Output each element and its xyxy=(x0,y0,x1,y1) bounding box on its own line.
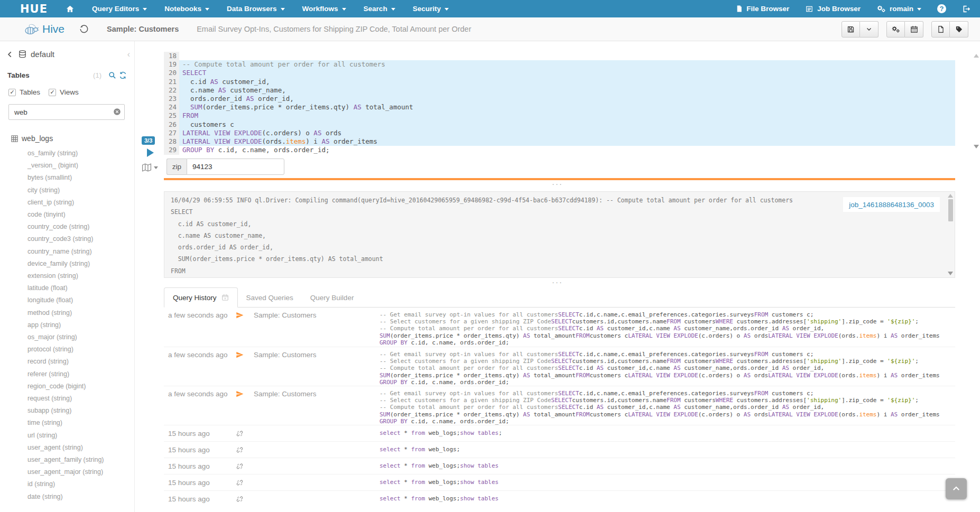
column-item[interactable]: user_agent_major (string) xyxy=(27,466,134,478)
editor-scroll-up[interactable] xyxy=(974,54,979,58)
column-item[interactable]: time (string) xyxy=(27,417,134,429)
column-item[interactable]: subapp (string) xyxy=(27,405,134,417)
resize-handle-bottom[interactable]: ··· xyxy=(135,280,980,286)
save-button[interactable] xyxy=(842,21,860,38)
history-row[interactable]: a few seconds ago Sample: Customers-- Ge… xyxy=(164,308,955,347)
home-button[interactable] xyxy=(66,5,75,13)
code-line[interactable]: c.name AS customer_name, xyxy=(179,86,955,95)
code-line[interactable]: GROUP BY c.id, c.name, ords.order_id; xyxy=(179,146,955,154)
calendar-x-icon[interactable] xyxy=(221,294,229,301)
history-query[interactable]: select * from web_logs;show tables xyxy=(380,479,955,486)
column-item[interactable]: country_name (string) xyxy=(27,246,134,258)
code-line[interactable]: FROM xyxy=(179,111,955,120)
column-item[interactable]: os_family (string) xyxy=(27,147,134,160)
settings-button[interactable] xyxy=(886,21,905,38)
tab-query-builder[interactable]: Query Builder xyxy=(302,287,363,308)
history-query[interactable]: -- Get email survey opt-in values for al… xyxy=(380,390,955,425)
history-query[interactable]: select * from web_logs;show tables xyxy=(380,462,955,469)
code-line[interactable]: -- Compute total amount per order for al… xyxy=(179,60,955,69)
refresh-button[interactable] xyxy=(119,71,127,79)
menu-search[interactable]: Search xyxy=(364,5,395,13)
code-line[interactable] xyxy=(179,52,955,60)
column-item[interactable]: code (tinyint) xyxy=(27,209,134,221)
logout-button[interactable] xyxy=(962,5,970,13)
map-navigator-button[interactable] xyxy=(142,163,158,172)
history-row[interactable]: 15 hours ago select * from web_logs;show… xyxy=(164,490,955,507)
tags-button[interactable] xyxy=(950,21,968,38)
column-item[interactable]: user_agent_family (string) xyxy=(27,454,134,466)
table-item[interactable]: web_logs xyxy=(11,134,134,143)
schedule-button[interactable] xyxy=(905,21,923,38)
scrollbar-thumb[interactable] xyxy=(948,199,953,221)
query-history-button[interactable] xyxy=(79,24,89,34)
job-link[interactable]: job_1461888648136_0003 xyxy=(849,201,934,209)
column-item[interactable]: region_code (bigint) xyxy=(27,380,134,393)
history-query[interactable]: select * from web_logs;show tables xyxy=(380,495,955,502)
history-row[interactable]: a few seconds ago Sample: Customers-- Ge… xyxy=(164,347,955,386)
database-selector[interactable]: default xyxy=(6,50,134,59)
menu-data-browsers[interactable]: Data Browsers xyxy=(227,5,285,13)
menu-security[interactable]: Security xyxy=(413,5,449,13)
menu-workflows[interactable]: Workflows xyxy=(302,5,346,13)
code-line[interactable]: LATERAL VIEW EXPLODE(c.orders) o AS ords xyxy=(179,129,955,137)
file-browser-button[interactable]: File Browser xyxy=(736,5,789,13)
column-item[interactable]: device_family (string) xyxy=(27,258,134,270)
code-line[interactable]: customers c xyxy=(179,120,955,129)
code-line[interactable]: LATERAL VIEW EXPLODE(ords.items) i AS or… xyxy=(179,137,955,146)
column-item[interactable]: os_major (string) xyxy=(27,331,134,343)
menu-query-editors[interactable]: Query Editors xyxy=(92,5,147,13)
tab-query-history[interactable]: Query History xyxy=(164,287,238,308)
history-row[interactable]: 15 hours ago select * from web_logs;show… xyxy=(164,474,955,490)
code-line[interactable]: c.id AS customer_id, xyxy=(179,78,955,86)
clear-search-icon[interactable] xyxy=(113,108,121,116)
save-dropdown-button[interactable] xyxy=(860,21,879,38)
column-item[interactable]: bytes (smallint) xyxy=(27,172,134,184)
column-item[interactable]: request (string) xyxy=(27,393,134,405)
table-search-input[interactable] xyxy=(8,104,125,120)
new-document-button[interactable] xyxy=(931,21,950,38)
column-item[interactable]: url (string) xyxy=(27,430,134,442)
history-query[interactable]: select * from web_logs; xyxy=(380,446,955,453)
column-item[interactable]: user_agent (string) xyxy=(27,442,134,454)
column-item[interactable]: extension (string) xyxy=(27,270,134,282)
execute-button[interactable] xyxy=(147,148,154,157)
document-title[interactable]: Sample: Customers xyxy=(107,25,179,33)
history-row[interactable]: 15 hours ago select * from web_logs; xyxy=(164,441,955,458)
column-item[interactable]: date (string) xyxy=(27,491,134,503)
history-row[interactable]: a few seconds ago Sample: Customers-- Ge… xyxy=(164,386,955,425)
column-item[interactable]: latitude (float) xyxy=(27,282,134,294)
hue-logo[interactable]: HUE xyxy=(20,3,48,15)
code-line[interactable]: SELECT xyxy=(179,69,955,77)
user-menu[interactable]: romain xyxy=(876,5,921,13)
document-description[interactable]: Email Survey Opt-Ins, Customers for Ship… xyxy=(197,25,471,33)
hive-brand[interactable]: Hive xyxy=(23,23,64,35)
search-toggle-button[interactable] xyxy=(108,71,116,79)
editor-scroll-down[interactable] xyxy=(974,145,979,148)
column-item[interactable]: referer (string) xyxy=(27,368,134,380)
menu-notebooks[interactable]: Notebooks xyxy=(164,5,209,13)
log-scrollbar[interactable] xyxy=(947,193,954,276)
history-row[interactable]: 15 hours ago select * from web_logs;show… xyxy=(164,425,955,441)
checkbox-tables[interactable]: ✓ xyxy=(8,89,16,96)
tab-saved-queries[interactable]: Saved Queries xyxy=(238,287,302,308)
column-item[interactable]: protocol (string) xyxy=(27,343,134,356)
column-item[interactable]: id (string) xyxy=(27,478,134,490)
sql-editor[interactable]: 181920212223242526272829 -- Compute tota… xyxy=(164,52,955,155)
column-item[interactable]: country_code3 (string) xyxy=(27,233,134,245)
job-browser-button[interactable]: Job Browser xyxy=(805,5,861,13)
column-item[interactable]: _version_ (bigint) xyxy=(27,160,134,172)
column-item[interactable]: method (string) xyxy=(27,307,134,319)
column-item[interactable]: longitude (float) xyxy=(27,294,134,306)
history-query[interactable]: select * from web_logs;show tables; xyxy=(380,430,955,436)
history-row[interactable]: 15 hours ago select * from web_logs;show… xyxy=(164,458,955,474)
resize-handle-top[interactable]: ··· xyxy=(135,182,980,188)
variable-input[interactable] xyxy=(187,159,284,175)
column-item[interactable]: client_ip (string) xyxy=(27,197,134,209)
column-item[interactable]: country_code (string) xyxy=(27,221,134,233)
history-query[interactable]: -- Get email survey opt-in values for al… xyxy=(380,311,955,347)
sidebar-collapse-handle[interactable]: ‹ xyxy=(127,50,130,59)
code-line[interactable]: SUM(order_items.price * order_items.qty)… xyxy=(179,103,955,111)
help-button[interactable]: ? xyxy=(937,4,946,13)
history-query[interactable]: -- Get email survey opt-in values for al… xyxy=(380,351,955,386)
column-item[interactable]: record (string) xyxy=(27,356,134,368)
